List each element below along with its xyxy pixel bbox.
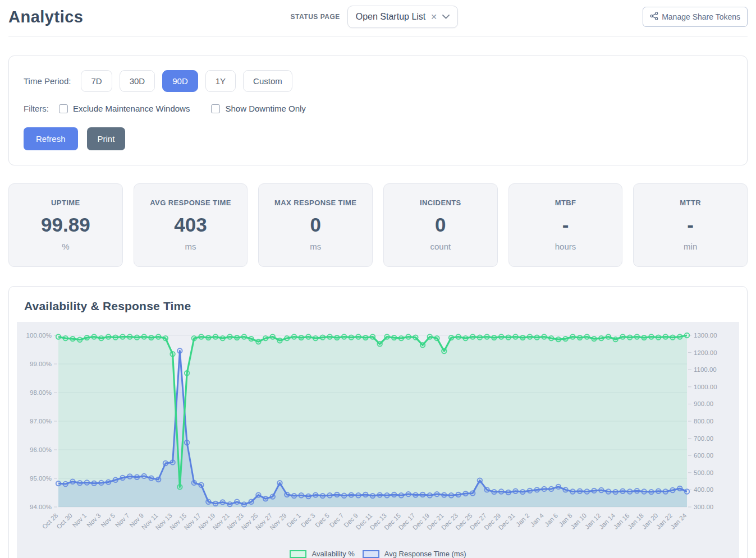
chevron-down-icon [442, 15, 450, 19]
time-period-button-7d[interactable]: 7D [81, 70, 112, 92]
svg-text:1300.00: 1300.00 [694, 332, 717, 339]
response-time-swatch-icon [363, 550, 379, 558]
status-page-label: STATUS PAGE [291, 13, 340, 21]
stat-unit: ms [261, 242, 370, 251]
svg-text:Nov 1: Nov 1 [71, 512, 88, 529]
svg-text:Jan 24: Jan 24 [670, 512, 688, 531]
checkbox-exclude-maintenance-windows[interactable]: Exclude Maintenance Windows [59, 104, 190, 113]
share-icon [650, 12, 658, 22]
svg-text:Jan 2: Jan 2 [515, 512, 530, 528]
stat-unit: ms [136, 242, 245, 251]
svg-text:96.00%: 96.00% [30, 446, 52, 453]
stat-card-mtbf: MTBF-hours [508, 183, 623, 267]
time-period-label: Time Period: [24, 76, 71, 86]
filters-row: Filters: Exclude Maintenance WindowsShow… [24, 104, 732, 113]
svg-text:Nov 3: Nov 3 [85, 512, 102, 529]
chart-svg: 100.00%99.00%98.00%97.00%96.00%95.00%94.… [18, 328, 738, 547]
stat-unit: min [636, 242, 745, 251]
filter-checkbox-group: Exclude Maintenance WindowsShow Downtime… [59, 104, 327, 113]
time-period-button-90d[interactable]: 90D [162, 70, 198, 92]
svg-text:600.00: 600.00 [694, 452, 713, 459]
manage-share-tokens-label: Manage Share Tokens [662, 12, 740, 21]
availability-swatch-icon [290, 550, 306, 558]
svg-text:Nov 7: Nov 7 [114, 512, 131, 529]
stat-value: - [636, 215, 745, 234]
stat-card-avg-response-time: AVG RESPONSE TIME403ms [134, 183, 248, 267]
svg-text:900.00: 900.00 [694, 400, 713, 407]
svg-text:Dec 1: Dec 1 [285, 512, 302, 529]
svg-text:99.00%: 99.00% [30, 361, 52, 367]
svg-text:300.00: 300.00 [694, 504, 713, 510]
svg-text:97.00%: 97.00% [30, 418, 52, 425]
svg-text:400.00: 400.00 [694, 486, 713, 493]
header: Analytics STATUS PAGE Open Startup List … [8, 0, 748, 36]
svg-text:100.00%: 100.00% [26, 332, 52, 339]
svg-text:1200.00: 1200.00 [694, 349, 717, 356]
stat-unit: count [386, 242, 495, 251]
svg-text:Jan 4: Jan 4 [529, 512, 546, 528]
manage-share-tokens-button[interactable]: Manage Share Tokens [643, 7, 748, 27]
stat-label: AVG RESPONSE TIME [136, 199, 245, 207]
stat-value: 99.89 [11, 215, 120, 234]
status-page-selected-value: Open Startup List [356, 12, 426, 22]
checkbox-label: Exclude Maintenance Windows [73, 104, 190, 113]
time-period-row: Time Period: 7D30D90D1YCustom [24, 70, 732, 92]
svg-text:700.00: 700.00 [694, 435, 713, 442]
stat-label: MTTR [636, 199, 745, 207]
checkbox-box-icon[interactable] [211, 104, 220, 113]
checkbox-show-downtime-only[interactable]: Show Downtime Only [211, 104, 305, 113]
svg-text:800.00: 800.00 [694, 418, 713, 425]
stat-card-max-response-time: MAX RESPONSE TIME0ms [258, 183, 373, 267]
time-period-button-custom[interactable]: Custom [243, 70, 292, 92]
legend-label-availability: Availability % [311, 550, 354, 558]
stat-label: MAX RESPONSE TIME [261, 199, 370, 207]
stat-value: 0 [261, 215, 370, 234]
svg-text:98.00%: 98.00% [30, 389, 52, 396]
legend-label-response-time: Avg Response Time (ms) [384, 550, 466, 558]
page-title: Analytics [8, 8, 83, 26]
svg-text:500.00: 500.00 [694, 469, 713, 476]
stat-unit: % [11, 242, 120, 251]
chart-plot-area: 100.00%99.00%98.00%97.00%96.00%95.00%94.… [17, 328, 739, 547]
svg-text:Oct 30: Oct 30 [55, 512, 73, 530]
stat-value: - [511, 215, 620, 234]
filters-panel: Time Period: 7D30D90D1YCustom Filters: E… [8, 56, 748, 165]
refresh-button[interactable]: Refresh [24, 127, 78, 150]
stats-row: UPTIME99.89%AVG RESPONSE TIME403msMAX RE… [8, 183, 748, 267]
stat-label: MTBF [511, 199, 620, 207]
svg-text:Dec 7: Dec 7 [328, 512, 345, 529]
stat-card-mttr: MTTR-min [633, 183, 748, 267]
time-period-button-30d[interactable]: 30D [120, 70, 155, 92]
stat-card-incidents: INCIDENTS0count [383, 183, 498, 267]
analytics-page: Analytics STATUS PAGE Open Startup List … [0, 0, 756, 558]
chart-legend: Availability % Avg Response Time (ms) [17, 547, 739, 558]
svg-text:Dec 5: Dec 5 [314, 512, 331, 529]
stat-label: UPTIME [11, 199, 120, 207]
stat-value: 0 [386, 215, 495, 234]
svg-text:Nov 5: Nov 5 [99, 512, 116, 529]
svg-text:95.00%: 95.00% [30, 475, 52, 482]
svg-text:Dec 3: Dec 3 [300, 512, 317, 529]
chart-title: Availability & Response Time [24, 299, 732, 313]
stat-unit: hours [511, 242, 620, 251]
time-period-group: 7D30D90D1YCustom [81, 70, 292, 92]
status-page-selector-group: STATUS PAGE Open Startup List ✕ [268, 6, 458, 28]
stat-value: 403 [136, 215, 245, 234]
svg-text:1100.00: 1100.00 [694, 366, 717, 373]
legend-item-response-time: Avg Response Time (ms) [363, 550, 466, 558]
actions-row: Refresh Print [24, 127, 732, 150]
svg-text:Oct 28: Oct 28 [41, 512, 59, 530]
status-page-dropdown[interactable]: Open Startup List ✕ [347, 6, 458, 28]
stat-label: INCIDENTS [386, 199, 495, 207]
svg-text:Jan 6: Jan 6 [543, 512, 559, 528]
filters-label: Filters: [24, 104, 49, 113]
print-button[interactable]: Print [87, 127, 126, 150]
stat-card-uptime: UPTIME99.89% [8, 183, 123, 267]
clear-selection-icon[interactable]: ✕ [430, 13, 437, 21]
time-period-button-1y[interactable]: 1Y [205, 70, 236, 92]
checkbox-box-icon[interactable] [59, 104, 68, 113]
svg-text:1000.00: 1000.00 [694, 384, 717, 390]
availability-response-chart: 100.00%99.00%98.00%97.00%96.00%95.00%94.… [17, 322, 739, 558]
chart-panel: Availability & Response Time 100.00%99.0… [8, 286, 748, 558]
checkbox-label: Show Downtime Only [225, 104, 305, 113]
